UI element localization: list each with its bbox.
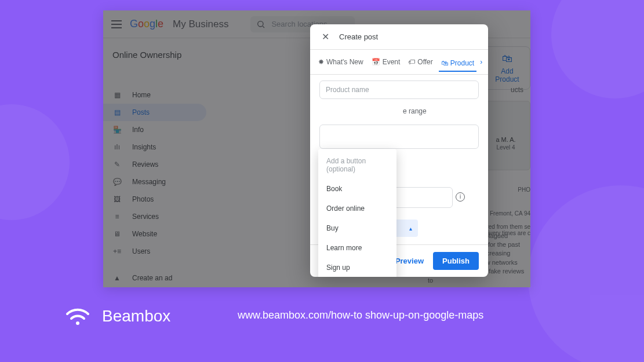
- brand-footer: Beambox: [64, 302, 170, 330]
- app-window: Google My Business Search locations Onli…: [103, 10, 530, 287]
- sparkle-icon: ✸: [318, 58, 324, 66]
- close-icon[interactable]: ✕: [319, 31, 331, 42]
- tag-icon: 🏷: [408, 58, 415, 66]
- brand-url: www.beambox.com/how-to show-up-on-google…: [238, 309, 483, 321]
- calendar-icon: 📅: [372, 58, 380, 66]
- svg-point-2: [76, 321, 79, 325]
- post-type-tabs: ✸What's New 📅Event 🏷Offer 🛍Product ›: [310, 50, 488, 75]
- chevron-right-icon[interactable]: ›: [480, 58, 482, 66]
- option-sign-up[interactable]: Sign up: [318, 258, 396, 277]
- tab-product[interactable]: 🛍Product: [439, 57, 476, 72]
- beambox-logo-icon: [64, 302, 92, 330]
- price-input[interactable]: [319, 125, 479, 149]
- info-icon[interactable]: i: [456, 192, 465, 202]
- publish-button[interactable]: Publish: [433, 252, 479, 270]
- option-order-online[interactable]: Order online: [318, 199, 396, 218]
- brand-name: Beambox: [102, 307, 170, 326]
- tab-whats-new[interactable]: ✸What's New: [316, 56, 366, 68]
- option-buy[interactable]: Buy: [318, 218, 396, 238]
- tab-offer[interactable]: 🏷Offer: [406, 56, 435, 68]
- tab-event[interactable]: 📅Event: [369, 56, 403, 68]
- dropdown-header: Add a button (optional): [318, 151, 396, 179]
- create-post-modal: ✕ Create post ✸What's New 📅Event 🏷Offer …: [310, 24, 488, 277]
- option-learn-more[interactable]: Learn more: [318, 238, 396, 258]
- modal-title: Create post: [339, 32, 378, 41]
- button-options-dropdown: Add a button (optional) Book Order onlin…: [318, 149, 396, 277]
- range-label: e range: [403, 107, 427, 115]
- basket-icon: 🛍: [441, 59, 448, 67]
- caret-up-icon: ▴: [409, 225, 412, 232]
- preview-button[interactable]: Preview: [395, 257, 424, 265]
- product-name-input[interactable]: Product name: [319, 81, 479, 99]
- option-book[interactable]: Book: [318, 179, 396, 199]
